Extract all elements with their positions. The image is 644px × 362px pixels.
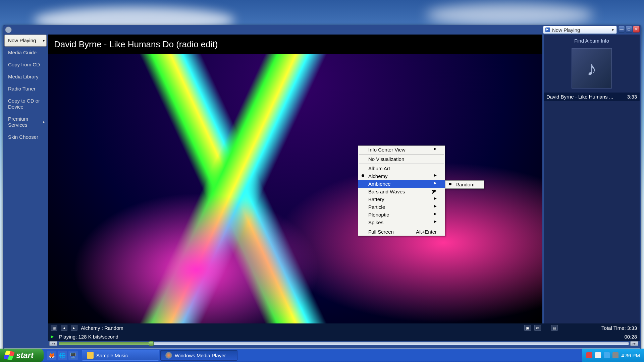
menu-item-label: Random — [455, 182, 475, 187]
menu-item-label: No Visualization — [368, 156, 404, 162]
viz-name-label: Alchemy : Random — [81, 325, 123, 331]
sidebar-item-copy-to-cd[interactable]: Copy to CD or Device — [4, 95, 47, 113]
tray-icon-shield[interactable] — [586, 352, 592, 358]
chevron-right-icon: ▸ — [43, 39, 45, 43]
music-note-icon: ♪ — [587, 57, 597, 80]
folder-icon — [87, 352, 94, 359]
menu-item-info-center[interactable]: Info Center View ▶ — [358, 146, 445, 154]
track-title: David Byrne - Like Humans Do (radio edit… — [48, 35, 542, 54]
minimize-button[interactable]: — — [618, 26, 625, 33]
menu-separator — [359, 227, 444, 227]
submenu-item-random[interactable]: Random — [445, 181, 484, 188]
rewind-button[interactable]: ◂◂ — [49, 341, 57, 346]
maximize-video-button[interactable]: ▣ — [524, 325, 531, 331]
sidebar-item-label: Skin Chooser — [8, 134, 38, 140]
menu-item-ambience[interactable]: Ambience ▶ — [358, 180, 445, 188]
album-info-panel: Find Album Info ♪ David Byrne - Like Hum… — [544, 35, 640, 323]
sidebar-item-label: Premium Services — [8, 116, 28, 128]
start-button[interactable]: start — [0, 349, 44, 362]
tray-icon-volume[interactable] — [612, 352, 619, 358]
sidebar-item-label: Copy from CD — [8, 62, 40, 67]
chevron-right-icon: ▸ — [43, 120, 45, 124]
sidebar-item-label: Copy to CD or Device — [8, 98, 40, 110]
playing-status-label: Playing: 128 K bits/second — [59, 334, 118, 340]
bullet-icon — [362, 174, 364, 177]
taskbar-item-wmp[interactable]: Windows Media Player — [160, 350, 237, 361]
sidebar-item-label: Media Library — [8, 74, 39, 79]
quick-launch-ie[interactable]: 🌐 — [58, 351, 67, 360]
sidebar-item-now-playing[interactable]: Now Playing ▸ — [4, 35, 47, 47]
menu-item-no-visualization[interactable]: No Visualization — [358, 155, 445, 163]
visualization-canvas[interactable] — [48, 54, 542, 323]
sidebar-item-label: Media Guide — [8, 50, 37, 55]
menu-item-shortcut: Alt+Enter — [416, 229, 437, 235]
menu-item-label: Info Center View — [368, 147, 406, 153]
viz-prev-button[interactable]: ◂ — [61, 325, 67, 331]
chevron-right-icon: ▶ — [434, 204, 437, 210]
menu-item-bars-and-waves[interactable]: Bars and Waves ▶ — [358, 188, 445, 195]
album-art-placeholder[interactable]: ♪ — [572, 48, 612, 88]
chevron-right-icon: ▶ — [434, 196, 437, 202]
sidebar-item-radio-tuner[interactable]: Radio Tuner — [4, 83, 47, 95]
viz-next-button[interactable]: ▸ — [71, 325, 77, 331]
seek-slider[interactable] — [59, 342, 629, 345]
sidebar-item-premium-services[interactable]: Premium Services ▸ — [4, 113, 47, 131]
chevron-right-icon: ▶ — [434, 147, 437, 153]
sidebar-item-media-guide[interactable]: Media Guide — [4, 47, 47, 59]
sidebar-item-media-library[interactable]: Media Library — [4, 71, 47, 83]
total-time-label: Total Time: 3:33 — [601, 325, 637, 331]
playlist-toggle-button[interactable]: ▤ — [551, 325, 558, 331]
view-fullscreen-button[interactable]: ▭ — [534, 325, 541, 331]
playlist-item[interactable]: David Byrne - Like Humans ... 3:33 — [544, 93, 640, 101]
taskbar-item-label: Windows Media Player — [175, 353, 226, 358]
viz-select-button[interactable]: ▦ — [51, 325, 57, 331]
fast-forward-button[interactable]: ▸▸ — [630, 341, 638, 346]
maximize-button[interactable]: □ — [626, 26, 632, 33]
quick-launch-show-desktop[interactable]: 🖥️ — [68, 351, 78, 360]
menu-separator — [359, 154, 444, 155]
system-tray: 4:36 PM — [582, 349, 644, 362]
menu-item-alchemy[interactable]: Alchemy ▶ — [358, 172, 445, 180]
app-menu-button[interactable] — [5, 26, 12, 33]
chevron-right-icon: ▶ — [434, 181, 437, 187]
play-icon — [545, 27, 550, 32]
menu-item-battery[interactable]: Battery ▶ — [358, 195, 445, 203]
taskbar-item-sample-music[interactable]: Sample Music — [82, 350, 159, 361]
playback-status-bar: ▶ Playing: 128 K bits/second 00:28 — [48, 332, 640, 341]
clock[interactable]: 4:36 PM — [621, 353, 640, 358]
chevron-right-icon: ▶ — [434, 189, 437, 194]
playlist-item-duration: 3:33 — [627, 94, 637, 100]
window-controls: — □ ✕ — [618, 26, 640, 33]
menu-item-full-screen[interactable]: Full Screen Alt+Enter — [358, 228, 445, 236]
find-album-info-link[interactable]: Find Album Info — [544, 35, 640, 47]
sidebar-item-label: Now Playing — [8, 38, 36, 43]
tray-icon-app[interactable] — [595, 352, 601, 358]
quick-launch-firefox[interactable]: 🦊 — [47, 351, 56, 360]
menu-item-plenoptic[interactable]: Plenoptic ▶ — [358, 211, 445, 219]
seek-bar-row: ◂◂ ▸▸ — [48, 341, 640, 346]
sidebar-item-copy-from-cd[interactable]: Copy from CD — [4, 59, 47, 71]
menu-separator — [359, 164, 444, 164]
elapsed-time-label: 00:28 — [624, 334, 637, 340]
menu-item-label: Bars and Waves — [368, 189, 405, 194]
menu-item-label: Particle — [368, 204, 385, 210]
wmp-window: Now Playing ▼ — □ ✕ Now Playing ▸ Media … — [3, 25, 641, 350]
sidebar-item-skin-chooser[interactable]: Skin Chooser — [4, 131, 47, 143]
tray-icon-network[interactable] — [604, 352, 610, 358]
menu-item-spikes[interactable]: Spikes ▶ — [358, 219, 445, 226]
chevron-right-icon: ▶ — [434, 212, 437, 218]
wmp-icon — [165, 352, 172, 359]
seek-thumb[interactable] — [149, 341, 154, 346]
sidebar-item-label: Radio Tuner — [8, 86, 36, 92]
chevron-down-icon: ▼ — [611, 28, 614, 32]
close-button[interactable]: ✕ — [633, 26, 640, 33]
menu-item-label: Plenoptic — [368, 212, 389, 218]
menu-item-particle[interactable]: Particle ▶ — [358, 203, 445, 211]
menu-item-label: Spikes — [368, 220, 383, 225]
sidebar: Now Playing ▸ Media Guide Copy from CD M… — [4, 35, 47, 323]
quick-launch: 🦊 🌐 🖥️ — [44, 349, 81, 362]
viz-status-bar: ▦ ◂ ▸ Alchemy : Random ▣ ▭ ▤ Total Time:… — [48, 323, 640, 332]
view-dropdown[interactable]: Now Playing ▼ — [543, 26, 617, 34]
menu-item-album-art[interactable]: Album Art — [358, 165, 445, 172]
visualization-submenu: Random — [445, 180, 484, 189]
